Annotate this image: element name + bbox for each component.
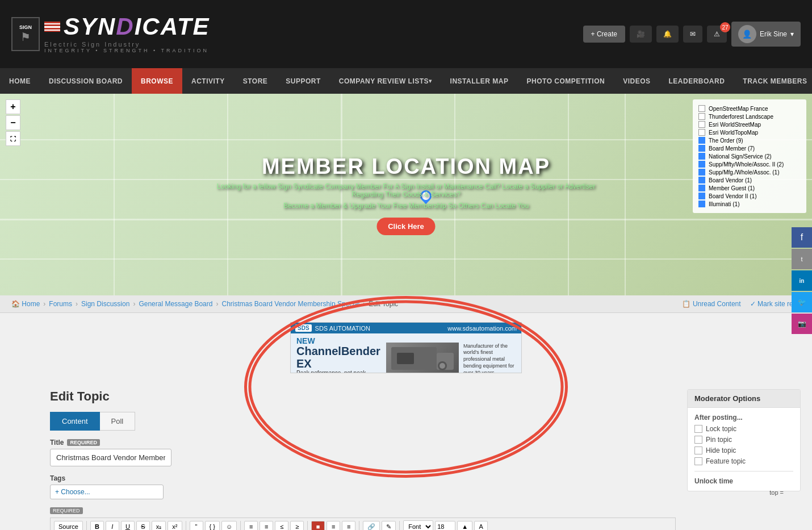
social-linkedin[interactable]: in [792, 270, 812, 291]
legend-cb-4[interactable] [698, 129, 705, 136]
nav-photo-competition[interactable]: PHOTO COMPETITION [518, 68, 614, 94]
tab-poll[interactable]: Poll [100, 412, 136, 431]
mail-icon-wrapper: ✉ [683, 26, 702, 43]
legend-cb-9[interactable] [698, 169, 705, 176]
breadcrumb-current: Edit Topic [369, 300, 398, 308]
toolbar-color[interactable]: ■ [311, 521, 325, 530]
social-instagram[interactable]: 📷 [792, 314, 812, 334]
legend-cb-2[interactable] [698, 113, 705, 120]
nav-support[interactable]: SUPPORT [277, 68, 330, 94]
ad-text: NEW ChannelBender EX Peak peformance, no… [291, 333, 386, 373]
legend-cb-6[interactable] [698, 145, 705, 152]
breadcrumb-left: 🏠 Home › Forums › Sign Discussion › Gene… [11, 300, 398, 308]
mod-label-pin: Pin topic [706, 436, 732, 444]
toolbar-unlink[interactable]: ✎ [382, 521, 396, 531]
toolbar-sep-5 [359, 521, 359, 530]
mod-checkbox-feature[interactable] [694, 457, 702, 465]
toolbar-subscript[interactable]: x₂ [152, 521, 166, 531]
video-button[interactable]: 🎥 [630, 26, 652, 43]
legend-item-6: Board Member (7) [698, 145, 801, 152]
map-fullscreen[interactable]: ⛶ [6, 131, 20, 146]
toolbar-align-left[interactable]: ≡ [327, 521, 340, 530]
map-zoom-out[interactable]: − [6, 115, 20, 130]
legend-item-7: National Sign/Service (2) [698, 153, 801, 160]
legend-cb-10[interactable] [698, 177, 705, 183]
toolbar-indent[interactable]: ≥ [290, 521, 304, 530]
legend-cb-5[interactable] [698, 137, 705, 144]
social-share[interactable]: t [792, 249, 812, 269]
breadcrumb-sign-discussion[interactable]: Sign Discussion [81, 300, 129, 308]
toolbar-underline[interactable]: U [121, 521, 135, 530]
toolbar-sep-6 [399, 521, 400, 530]
legend-cb-1[interactable] [698, 105, 705, 112]
legend-item-4: Esri WorldTopoMap [698, 129, 801, 136]
toolbar-align-right[interactable]: ≡ [342, 521, 355, 530]
breadcrumb-home[interactable]: 🏠 Home [11, 300, 40, 308]
tags-field: Tags + Choose... [50, 474, 676, 499]
video-icon-wrapper: 🎥 [630, 26, 652, 43]
ad-machine-image [386, 343, 459, 373]
map-click-button[interactable]: Click Here [376, 218, 436, 235]
mod-checkbox-pin[interactable] [694, 436, 702, 444]
tags-input[interactable]: + Choose... [50, 485, 164, 499]
legend-cb-8[interactable] [698, 161, 705, 168]
toolbar-list-ul[interactable]: ≡ [244, 521, 258, 530]
toolbar-special[interactable]: A [474, 521, 488, 530]
nav-videos[interactable]: VIDEOS [614, 68, 659, 94]
toolbar-blockquote[interactable]: " [190, 521, 203, 530]
mod-label-hide: Hide topic [706, 446, 736, 454]
notifications-button[interactable]: 🔔 [656, 26, 679, 43]
social-facebook[interactable]: f [792, 227, 812, 248]
nav-installer-map[interactable]: INSTALLER MAP [441, 68, 518, 94]
toolbar-code[interactable]: { } [205, 521, 220, 530]
map-controls: + − ⛶ [6, 99, 20, 146]
nav-company-review[interactable]: COMPANY REVIEW LISTS [330, 68, 441, 94]
moderator-options-body: After posting... Lock topic Pin topic Hi… [688, 408, 800, 491]
nav-store[interactable]: STORE [234, 68, 277, 94]
toolbar-link[interactable]: 🔗 [363, 521, 380, 531]
nav-leaderboard[interactable]: LEADERBOARD [660, 68, 734, 94]
nav-discussion-board[interactable]: DISCUSSION BOARD [40, 68, 132, 94]
nav-browse[interactable]: BROWSE [132, 68, 182, 94]
toolbar-superscript[interactable]: x² [168, 521, 182, 530]
scroll-top[interactable]: top = [769, 489, 784, 496]
mod-checkbox-lock[interactable] [694, 425, 702, 433]
toolbar-source[interactable]: Source [54, 521, 83, 530]
legend-cb-11[interactable] [698, 185, 705, 191]
legend-cb-13[interactable] [698, 201, 705, 207]
mail-button[interactable]: ✉ [683, 26, 702, 43]
toolbar-italic[interactable]: I [106, 521, 119, 530]
user-menu-button[interactable]: 👤 Erik Sine ▾ [731, 22, 801, 47]
legend-cb-3[interactable] [698, 121, 705, 128]
breadcrumb-general-board[interactable]: General Message Board [139, 300, 212, 308]
breadcrumb-topic[interactable]: Christmas Board Vendor Membership Specia… [221, 300, 359, 308]
nav-track-members[interactable]: TRACK MEMBERS [734, 68, 812, 94]
map-title: MEMBER LOCATION MAP [203, 155, 609, 179]
map-zoom-in[interactable]: + [6, 99, 20, 114]
toolbar-bold[interactable]: B [90, 521, 104, 530]
toolbar-outdent[interactable]: ≤ [275, 521, 288, 530]
title-input[interactable] [50, 449, 171, 466]
unread-content-link[interactable]: 📋 Unread Content [682, 300, 741, 308]
toolbar-font-select[interactable]: Font [403, 520, 433, 530]
toolbar-strikethrough[interactable]: S [136, 521, 150, 530]
ad-banner[interactable]: SDS SDS AUTOMATION www.sdsautomation.com… [290, 322, 522, 373]
breadcrumb-forums[interactable]: Forums [49, 300, 72, 308]
toolbar-list-ol[interactable]: ≡ [259, 521, 273, 530]
logo-icon: SIGN ⚑ [11, 17, 40, 51]
nav-activity[interactable]: ACTIVITY [182, 68, 234, 94]
social-twitter[interactable]: 🐦 [792, 292, 812, 312]
tab-content[interactable]: Content [50, 412, 100, 431]
create-button[interactable]: + Create [583, 26, 625, 43]
legend-item-11: Member Guest (1) [698, 185, 801, 191]
main-nav: HOME DISCUSSION BOARD BROWSE ACTIVITY ST… [0, 68, 812, 94]
legend-cb-12[interactable] [698, 193, 705, 199]
mod-checkbox-hide[interactable] [694, 446, 702, 454]
map-title-overlay: MEMBER LOCATION MAP Looking for a fellow… [203, 155, 609, 235]
toolbar-font-size[interactable] [435, 521, 455, 530]
nav-home[interactable]: HOME [0, 68, 40, 94]
toolbar-grow[interactable]: ▲ [457, 521, 472, 530]
toolbar-emoji[interactable]: ☺ [221, 521, 237, 530]
legend-cb-7[interactable] [698, 153, 705, 160]
legend-item-3: Esri WorldStreetMap [698, 121, 801, 128]
